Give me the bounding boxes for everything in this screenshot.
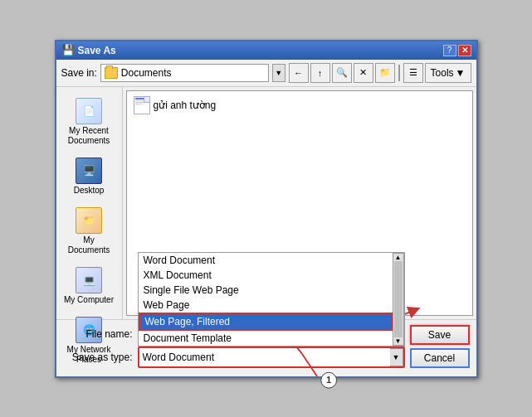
save-in-label: Save in:	[61, 67, 97, 79]
my-computer-icon: 💻	[76, 267, 102, 293]
delete-button[interactable]: ✕	[354, 63, 373, 83]
search-web-button[interactable]: 🔍	[332, 63, 352, 83]
svg-text:1: 1	[326, 375, 331, 385]
savetype-row: Save as type: ▼ Word Document XML Docume	[63, 347, 405, 368]
type-option-doc-template[interactable]: Document Template	[139, 331, 393, 346]
new-folder-button[interactable]: 📁	[375, 63, 395, 83]
file-name: gửi anh tường	[154, 99, 217, 111]
sidebar-label-recent: My RecentDocuments	[68, 126, 110, 146]
toolbar-row: Save in: Documents ▼ ← ↑ 🔍 ✕ 📁 ☰ Tools ▼	[56, 60, 476, 87]
save-cancel-buttons: Save Cancel	[410, 325, 470, 368]
tools-arrow: ▼	[456, 67, 466, 79]
scrollbar-track	[394, 261, 403, 337]
folder-icon	[105, 67, 118, 79]
toolbar-separator	[398, 65, 400, 81]
type-dropdown-popup: Word Document XML Document Single File W…	[138, 252, 405, 347]
sidebar-item-desktop[interactable]: 🖥️ Desktop	[60, 153, 118, 200]
scrollbar-up-arrow[interactable]: ▲	[395, 254, 402, 261]
bottom-row: File name: ▼ Save as type: ▼	[63, 325, 470, 371]
type-option-web-filtered[interactable]: Web Page, Filtered	[139, 313, 393, 331]
title-bar: 💾 Save As ? ✕	[56, 41, 476, 60]
tools-dropdown[interactable]: Tools ▼	[425, 63, 471, 83]
type-dropdown-inner: Word Document XML Document Single File W…	[139, 253, 404, 346]
type-option-xml-doc[interactable]: XML Document	[139, 268, 393, 283]
bottom-fields: File name: ▼ Save as type: ▼	[63, 325, 405, 371]
sidebar-label-desktop: Desktop	[74, 186, 105, 196]
type-options-list: Word Document XML Document Single File W…	[139, 253, 393, 346]
save-button[interactable]: Save	[410, 325, 470, 345]
close-button[interactable]: ✕	[458, 45, 471, 56]
type-dropdown-wrapper: ▼ Word Document XML Document Single File…	[138, 347, 405, 368]
savetype-label: Save as type:	[63, 352, 138, 363]
title-bar-buttons: ? ✕	[443, 45, 471, 56]
views-button[interactable]: ☰	[403, 63, 423, 83]
cancel-button[interactable]: Cancel	[410, 348, 470, 368]
sidebar-item-recent[interactable]: 📄 My RecentDocuments	[60, 94, 118, 150]
filename-label: File name:	[63, 328, 138, 340]
savetype-input[interactable]	[139, 348, 390, 366]
title-bar-left: 💾 Save As	[61, 44, 116, 56]
savetype-dropdown-btn[interactable]: ▼	[390, 348, 403, 366]
up-button[interactable]: ↑	[310, 63, 330, 83]
back-button[interactable]: ←	[289, 63, 309, 83]
help-button[interactable]: ?	[443, 45, 456, 56]
sidebar-label-mydocs: My Documents	[62, 235, 115, 255]
my-documents-icon: 📁	[76, 207, 102, 234]
sidebar-label-mycomp: My Computer	[64, 295, 114, 305]
bottom-section: File name: ▼ Save as type: ▼	[56, 319, 476, 376]
save-as-dialog: 💾 Save As ? ✕ Save in: Documents ▼ ← ↑ 🔍…	[55, 40, 478, 378]
sidebar: 📄 My RecentDocuments 🖥️ Desktop 📁 My Doc…	[56, 87, 123, 319]
folder-name: Documents	[121, 67, 265, 79]
file-doc-icon	[134, 96, 150, 114]
dialog-title: Save As	[78, 45, 116, 56]
type-option-single-web[interactable]: Single File Web Page	[139, 283, 393, 298]
scrollbar-down-arrow[interactable]: ▼	[395, 337, 402, 345]
save-in-dropdown[interactable]: Documents	[100, 64, 269, 82]
file-item[interactable]: gửi anh tường	[130, 95, 469, 116]
type-visible-box: ▼	[138, 347, 405, 368]
save-in-dropdown-arrow[interactable]: ▼	[272, 64, 286, 82]
type-option-web-page[interactable]: Web Page	[139, 298, 393, 313]
sidebar-item-mydocs[interactable]: 📁 My Documents	[60, 203, 118, 259]
recent-documents-icon: 📄	[76, 98, 102, 124]
tools-label: Tools	[431, 67, 454, 79]
type-dropdown-scrollbar: ▲ ▼	[393, 253, 404, 346]
type-option-word-doc[interactable]: Word Document	[139, 253, 393, 268]
toolbar-buttons: ← ↑ 🔍 ✕ 📁 ☰ Tools ▼	[289, 63, 471, 83]
desktop-icon: 🖥️	[76, 158, 102, 184]
sidebar-item-mycomp[interactable]: 💻 My Computer	[60, 263, 118, 309]
dialog-icon: 💾	[61, 44, 75, 56]
